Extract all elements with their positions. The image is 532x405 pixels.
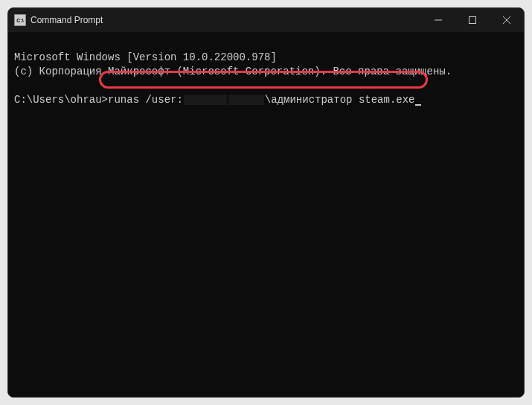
command-prompt-window: C:\ Command Prompt Microsoft Windows [Ve… <box>7 7 525 398</box>
svg-rect-1 <box>469 17 476 24</box>
terminal-command-part: \администратор steam.exe <box>265 94 415 106</box>
titlebar[interactable]: C:\ Command Prompt <box>8 8 524 32</box>
window-title: Command Prompt <box>31 15 103 25</box>
terminal-area[interactable]: Microsoft Windows [Version 10.0.22000.97… <box>8 32 524 397</box>
redacted-text <box>184 95 227 105</box>
text-cursor <box>415 104 421 106</box>
terminal-prompt: C:\Users\ohrau> <box>14 94 108 106</box>
close-button[interactable] <box>490 8 524 32</box>
app-icon: C:\ <box>14 14 26 26</box>
terminal-blank-line <box>14 79 518 93</box>
terminal-output-line: (c) Корпорация Майкрософт (Microsoft Cor… <box>14 65 518 79</box>
terminal-output-line: Microsoft Windows [Version 10.0.22000.97… <box>14 51 518 65</box>
minimize-icon <box>435 16 442 24</box>
terminal-command-part: runas /user: <box>108 94 183 106</box>
titlebar-controls <box>421 8 524 32</box>
titlebar-left: C:\ Command Prompt <box>14 14 103 26</box>
terminal-command-line: C:\Users\ohrau>runas /user:\администрато… <box>14 93 518 107</box>
redacted-text <box>228 95 264 105</box>
close-icon <box>503 16 510 24</box>
minimize-button[interactable] <box>421 8 455 32</box>
maximize-button[interactable] <box>455 8 490 32</box>
maximize-icon <box>469 16 476 24</box>
